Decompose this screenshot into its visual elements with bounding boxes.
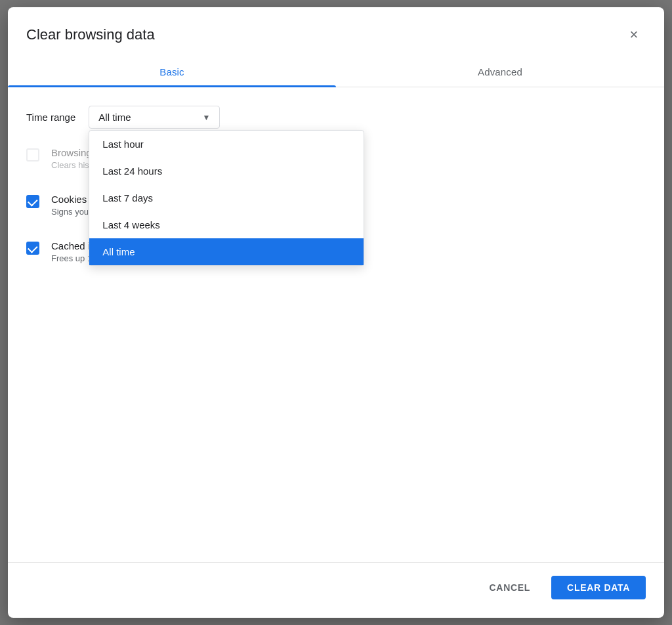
dropdown-arrow-icon: ▼ <box>202 113 210 122</box>
dialog-header: Clear browsing data × <box>8 7 664 47</box>
tab-basic[interactable]: Basic <box>8 57 336 87</box>
option-last-hour[interactable]: Last hour <box>89 131 364 158</box>
dialog-title: Clear browsing data <box>26 26 155 43</box>
time-range-dropdown-wrapper: All time ▼ Last hour Last 24 hours Last … <box>89 106 220 129</box>
option-last-24-hours[interactable]: Last 24 hours <box>89 158 364 184</box>
cached-checkbox[interactable] <box>26 242 39 255</box>
time-range-menu: Last hour Last 24 hours Last 7 days Last… <box>89 130 364 266</box>
option-all-time[interactable]: All time <box>89 238 364 265</box>
cookies-checkbox[interactable] <box>26 195 39 208</box>
clear-browsing-data-dialog: Clear browsing data × Basic Advanced Tim… <box>8 7 664 618</box>
tabs-bar: Basic Advanced <box>8 57 664 87</box>
clear-data-button[interactable]: CLEAR DATA <box>551 576 646 599</box>
time-range-selected: All time <box>98 112 131 123</box>
browsing-history-checkbox[interactable] <box>26 148 39 162</box>
dialog-footer: CANCEL CLEAR DATA <box>8 563 664 618</box>
time-range-row: Time range All time ▼ Last hour Last 24 … <box>26 106 646 129</box>
cookies-checkbox-wrapper <box>26 195 39 208</box>
option-last-4-weeks[interactable]: Last 4 weeks <box>89 211 364 238</box>
option-last-7-days[interactable]: Last 7 days <box>89 184 364 211</box>
dialog-body: Time range All time ▼ Last hour Last 24 … <box>8 87 664 419</box>
cached-checkbox-wrapper <box>26 242 39 255</box>
browsing-history-checkbox-wrapper <box>26 148 39 162</box>
time-range-label: Time range <box>26 112 75 123</box>
close-button[interactable]: × <box>622 23 646 47</box>
tab-advanced[interactable]: Advanced <box>336 57 664 87</box>
time-range-dropdown[interactable]: All time ▼ <box>89 106 220 129</box>
cancel-button[interactable]: CANCEL <box>474 576 547 599</box>
